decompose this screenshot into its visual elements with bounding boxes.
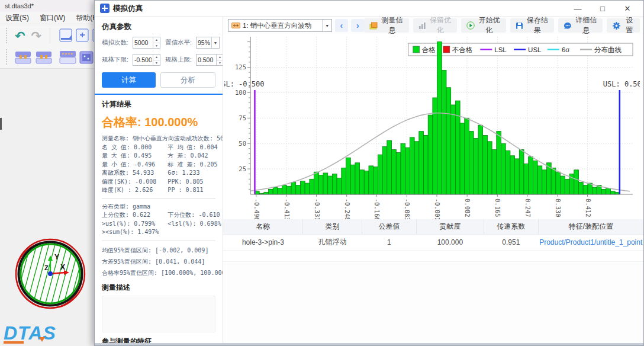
- stat-value: >usl(%): 0.799%: [102, 220, 168, 229]
- next-measurement-button[interactable]: ›: [351, 19, 364, 32]
- svg-text:0.247: 0.247: [524, 198, 532, 217]
- document-icons[interactable]: [59, 27, 95, 44]
- measurement-select[interactable]: 1: 销中心垂直方向波动 ▼: [228, 19, 332, 32]
- chevron-down-icon: ▼: [211, 37, 219, 48]
- svg-text:-0.166: -0.166: [373, 198, 381, 219]
- dialog-titlebar[interactable]: 模拟仿真 — □ ✕: [95, 1, 643, 17]
- table-header[interactable]: 公差值: [362, 219, 416, 234]
- menu-item-0[interactable]: 设置(S): [0, 12, 34, 24]
- param-spinner[interactable]: ▲▼: [133, 54, 160, 66]
- close-button[interactable]: ✕: [615, 1, 640, 17]
- toolbar-grip: [6, 49, 8, 65]
- confidence-intervals: 均值95%置信区间: [-0.002, 0.009]方差95%置信区间: [0.…: [102, 245, 215, 278]
- redo-icon[interactable]: ↷: [31, 30, 42, 42]
- table-cell: 孔销浮动: [303, 234, 362, 250]
- axis-label-y: Y: [54, 253, 59, 261]
- svg-text:USL: 0.500: USL: 0.500: [603, 80, 640, 88]
- maximize-button[interactable]: □: [590, 1, 615, 17]
- description-box[interactable]: [102, 296, 215, 332]
- spin-up-icon[interactable]: ▲: [217, 55, 223, 60]
- simulation-left-panel: 仿真参数 模拟次数:▲▼置信水平:95%▼规格下限:▲▼规格上限:▲▼ 计算 分…: [95, 17, 223, 343]
- play-icon: [466, 21, 475, 30]
- svg-text:125: 125: [235, 63, 246, 71]
- calculate-button[interactable]: 计算: [102, 72, 156, 88]
- simulation-right-area: 1: 销中心垂直方向波动 ▼ ‹ › 测量信息保留优化开始优化保存结果详细信息设…: [223, 17, 643, 345]
- table-header[interactable]: 传递系数: [484, 219, 538, 234]
- simulation-dialog: 模拟仿真 — □ ✕ 仿真参数 模拟次数:▲▼置信水平:95%▼规格下限:▲▼规…: [94, 0, 644, 346]
- param-input[interactable]: [133, 55, 153, 65]
- table-header[interactable]: 类别: [303, 219, 362, 234]
- assembly-icons[interactable]: [15, 48, 95, 66]
- svg-text:-0.496: -0.496: [253, 198, 260, 219]
- toolbar-button-label: 详细信息: [575, 15, 597, 36]
- toolbar-button-gear[interactable]: 设置: [607, 18, 640, 33]
- dialog-resize-edge[interactable]: [95, 343, 643, 345]
- confidence-interval: 方差95%置信区间: [0.041, 0.044]: [102, 256, 215, 267]
- param-spinner[interactable]: ▲▼: [133, 37, 160, 49]
- analyze-button[interactable]: 分析: [160, 72, 215, 88]
- table-header[interactable]: 特征/装配位置: [538, 219, 643, 234]
- spin-up-icon[interactable]: ▲: [153, 37, 160, 43]
- svg-text:25: 25: [239, 165, 246, 172]
- param-label: 规格下限:: [102, 56, 133, 64]
- result-stats: 测量名称: 销中心垂直方向波动成功次数: 5000名 义 值: 0.000平 均…: [102, 134, 215, 195]
- stat-value: [168, 203, 215, 212]
- stat-value: ><sum(%): 1.497%: [102, 228, 168, 237]
- stat-value: PP : 0.811: [168, 186, 215, 195]
- spin-down-icon[interactable]: ▼: [217, 60, 223, 66]
- stat-value: 离散系数: 54.933: [102, 169, 168, 178]
- axis-label-x: X: [60, 263, 65, 271]
- prev-measurement-button[interactable]: ‹: [335, 19, 348, 32]
- stat-value: 最 大 值: 0.495: [102, 152, 168, 161]
- stat-value: 偏度(SK): -0.008: [102, 178, 168, 187]
- param-rows: 模拟次数:▲▼置信水平:95%▼规格下限:▲▼规格上限:▲▼: [102, 37, 215, 66]
- stat-value: PPK: 0.805: [168, 178, 215, 187]
- param-label: 规格上限:: [165, 56, 196, 64]
- svg-text:LSL: LSL: [494, 46, 507, 53]
- stat-value: 方 差: 0.042: [168, 152, 215, 161]
- toolbar-button-label: 测量信息: [381, 15, 403, 36]
- svg-text:100: 100: [235, 89, 246, 96]
- undo-icon[interactable]: ↶: [15, 30, 25, 42]
- toolbar-separator: [50, 28, 50, 43]
- spin-down-icon[interactable]: ▼: [153, 60, 160, 66]
- table-empty-row: [223, 250, 643, 261]
- dialog-icon: [100, 4, 110, 13]
- svg-text:6σ: 6σ: [562, 46, 570, 53]
- minimize-button[interactable]: —: [565, 1, 590, 17]
- param-select[interactable]: 95%▼: [196, 37, 220, 49]
- toolbar-button-bar-chart: 保留优化: [413, 18, 457, 33]
- chevron-down-icon: ▼: [323, 20, 331, 31]
- param-input[interactable]: [133, 37, 153, 48]
- stat-value: 分布类型: gamma: [102, 203, 168, 212]
- toolbar-button-measure-info[interactable]: 测量信息: [364, 18, 408, 33]
- stat-value: [168, 228, 215, 237]
- svg-text:LSL: -0.500: LSL: -0.500: [224, 80, 264, 88]
- table-header[interactable]: 贡献度: [417, 219, 484, 234]
- feature-link[interactable]: Product/Product1/untitle_1_point: [538, 234, 643, 250]
- svg-text:分布曲线: 分布曲线: [594, 46, 622, 53]
- stat-value: 最 小 值: -0.496: [102, 161, 168, 169]
- param-select-value: 95%: [197, 37, 211, 48]
- param-label: 置信水平:: [165, 39, 196, 47]
- table-header[interactable]: 名称: [223, 219, 303, 234]
- spin-up-icon[interactable]: ▲: [153, 55, 160, 60]
- gear-icon: [612, 21, 621, 30]
- param-spinner[interactable]: ▲▼: [196, 54, 223, 66]
- toolbar-button-chat[interactable]: 详细信息: [558, 18, 603, 33]
- table-cell: 0.951: [484, 234, 538, 250]
- svg-text:0.082: 0.082: [464, 198, 471, 217]
- params-section-title: 仿真参数: [102, 22, 215, 32]
- stat-value: 测量名称: 销中心垂直方向波动: [102, 134, 186, 143]
- bar-chart-icon: [418, 22, 426, 29]
- toolbar-button-save[interactable]: 保存结果: [510, 18, 554, 33]
- param-input[interactable]: [197, 55, 216, 65]
- spin-down-icon[interactable]: ▼: [153, 43, 160, 49]
- panel-grip[interactable]: [0, 118, 2, 130]
- stat-value: 平 均 值: 0.004: [168, 143, 217, 152]
- menu-item-1[interactable]: 窗口(W): [34, 12, 70, 24]
- histogram-chart: 合格不合格LSLUSL6σ分布曲线LSL: -0.500USL: 0.50025…: [223, 34, 643, 219]
- toolbar-button-play[interactable]: 开始优化: [461, 18, 505, 33]
- table-row[interactable]: hole-3->pin-3孔销浮动1100.0000.951Product/Pr…: [223, 234, 643, 250]
- stat-value: 标 准 差: 0.205: [168, 161, 217, 169]
